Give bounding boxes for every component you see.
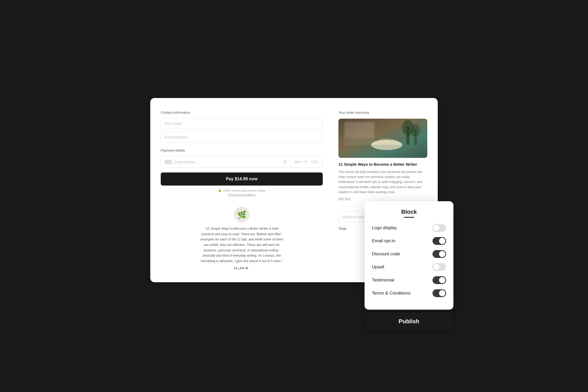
block-panel: Block Logo displayEmail opt-inDiscount c… [365, 201, 453, 310]
toggle-0[interactable] [433, 224, 446, 232]
toggle-knob-2 [439, 251, 445, 257]
toggle-row: Email opt-in [372, 237, 446, 245]
toggle-knob-5 [439, 290, 445, 296]
expiry-placeholder: MM / YY [294, 160, 308, 164]
svg-rect-2 [345, 123, 374, 138]
toggle-label-4: Testimonial [372, 278, 394, 283]
total-label: Total [338, 227, 346, 231]
svg-point-7 [411, 124, 420, 137]
order-summary-label: Your order summary [338, 111, 427, 114]
testimonial-author: ELLEN M. [163, 267, 320, 270]
toggle-4[interactable] [433, 276, 446, 284]
payment-section: Payment details Card number ⊟ MM / YY CV… [161, 148, 323, 196]
first-name-group [161, 118, 323, 129]
product-image [338, 119, 427, 158]
block-panel-title: Block [372, 209, 446, 215]
contact-section-label: Contact information [161, 111, 323, 114]
outer-wrapper: Contact information Payment details Card… [150, 98, 438, 294]
publish-button[interactable]: Publish [365, 312, 453, 331]
toggle-row: Upsell [372, 263, 446, 271]
lock-icon: ⊟ [283, 159, 286, 164]
product-title: 11 Simple Ways to Become a Better Writer [338, 162, 427, 167]
card-expiry-wrap: MM / YY CVC [290, 156, 322, 168]
terms-link[interactable]: Terms and Conditions [161, 193, 323, 196]
toggle-2[interactable] [433, 250, 446, 258]
product-desc: This ebook will help transform your tech… [338, 170, 427, 195]
toggle-knob-3 [433, 264, 440, 270]
secure-notice: 🔒 100% secure payments by Stripe [161, 189, 323, 192]
payment-section-label: Payment details [161, 148, 323, 152]
shield-icon: 🔒 [218, 189, 222, 192]
card-row: Card number ⊟ MM / YY CVC [161, 156, 323, 168]
see-less-link[interactable]: See less [338, 197, 350, 200]
toggle-row: Logo display [372, 224, 446, 232]
toggle-label-2: Discount code [372, 251, 400, 257]
toggle-knob-4 [439, 277, 445, 283]
first-name-input[interactable] [161, 118, 323, 129]
avatar: 🌿 [234, 207, 250, 222]
toggle-knob-0 [433, 225, 440, 231]
toggle-label-1: Email opt-in [372, 238, 395, 244]
block-panel-underline [404, 217, 414, 218]
toggle-row: Terms & Conditions [372, 289, 446, 297]
card-number-placeholder: Card number [174, 160, 195, 164]
email-input[interactable] [161, 132, 323, 143]
email-group [161, 132, 323, 143]
toggle-rows-container: Logo displayEmail opt-inDiscount codeUps… [372, 224, 446, 297]
toggle-row: Testimonial [372, 276, 446, 284]
toggle-knob-1 [439, 238, 445, 244]
card-number-wrap: Card number ⊟ [161, 156, 290, 168]
left-column: Contact information Payment details Card… [161, 111, 323, 270]
toggle-1[interactable] [433, 237, 446, 245]
toggle-3[interactable] [433, 263, 446, 271]
toggle-5[interactable] [433, 289, 446, 297]
toggle-label-5: Terms & Conditions [372, 291, 410, 296]
toggle-label-3: Upsell [372, 264, 384, 270]
card-brand-icon [165, 160, 172, 164]
secure-text: 100% secure payments by Stripe [223, 189, 265, 192]
toggle-row: Discount code [372, 250, 446, 258]
testimonial-text: "11 Simple Ways to Become a Better Write… [200, 226, 284, 264]
testimonial-section: 🌿 "11 Simple Ways to Become a Better Wri… [161, 207, 323, 270]
toggle-label-0: Logo display [372, 225, 397, 230]
avatar-plant-icon: 🌿 [237, 210, 246, 219]
pay-button[interactable]: Pay $14.99 now [161, 172, 323, 186]
cvc-placeholder: CVC [311, 160, 319, 164]
